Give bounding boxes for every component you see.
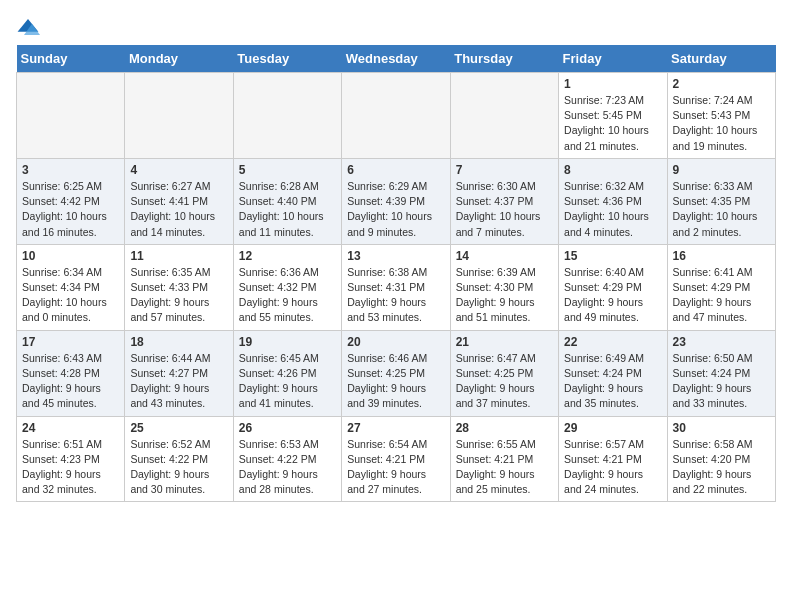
day-info: Sunrise: 6:58 AM Sunset: 4:20 PM Dayligh… [673, 437, 770, 498]
calendar-cell: 4Sunrise: 6:27 AM Sunset: 4:41 PM Daylig… [125, 158, 233, 244]
calendar-cell: 2Sunrise: 7:24 AM Sunset: 5:43 PM Daylig… [667, 73, 775, 159]
calendar-cell: 21Sunrise: 6:47 AM Sunset: 4:25 PM Dayli… [450, 330, 558, 416]
calendar-cell [233, 73, 341, 159]
day-number: 22 [564, 335, 661, 349]
calendar-cell [125, 73, 233, 159]
day-info: Sunrise: 6:49 AM Sunset: 4:24 PM Dayligh… [564, 351, 661, 412]
calendar-cell: 15Sunrise: 6:40 AM Sunset: 4:29 PM Dayli… [559, 244, 667, 330]
day-number: 12 [239, 249, 336, 263]
day-number: 20 [347, 335, 444, 349]
day-header-sunday: Sunday [17, 45, 125, 73]
calendar-cell: 25Sunrise: 6:52 AM Sunset: 4:22 PM Dayli… [125, 416, 233, 502]
day-header-wednesday: Wednesday [342, 45, 450, 73]
calendar-cell [342, 73, 450, 159]
calendar-cell: 1Sunrise: 7:23 AM Sunset: 5:45 PM Daylig… [559, 73, 667, 159]
day-info: Sunrise: 6:47 AM Sunset: 4:25 PM Dayligh… [456, 351, 553, 412]
calendar-cell: 10Sunrise: 6:34 AM Sunset: 4:34 PM Dayli… [17, 244, 125, 330]
day-number: 8 [564, 163, 661, 177]
day-info: Sunrise: 6:34 AM Sunset: 4:34 PM Dayligh… [22, 265, 119, 326]
week-row-1: 1Sunrise: 7:23 AM Sunset: 5:45 PM Daylig… [17, 73, 776, 159]
calendar-cell: 30Sunrise: 6:58 AM Sunset: 4:20 PM Dayli… [667, 416, 775, 502]
calendar-cell: 9Sunrise: 6:33 AM Sunset: 4:35 PM Daylig… [667, 158, 775, 244]
day-number: 23 [673, 335, 770, 349]
calendar-table: SundayMondayTuesdayWednesdayThursdayFrid… [16, 45, 776, 502]
day-number: 17 [22, 335, 119, 349]
calendar-cell: 29Sunrise: 6:57 AM Sunset: 4:21 PM Dayli… [559, 416, 667, 502]
logo [16, 16, 44, 37]
day-number: 7 [456, 163, 553, 177]
calendar-cell: 3Sunrise: 6:25 AM Sunset: 4:42 PM Daylig… [17, 158, 125, 244]
day-number: 10 [22, 249, 119, 263]
day-number: 9 [673, 163, 770, 177]
calendar-cell: 28Sunrise: 6:55 AM Sunset: 4:21 PM Dayli… [450, 416, 558, 502]
calendar-cell: 19Sunrise: 6:45 AM Sunset: 4:26 PM Dayli… [233, 330, 341, 416]
day-number: 13 [347, 249, 444, 263]
calendar-cell: 27Sunrise: 6:54 AM Sunset: 4:21 PM Dayli… [342, 416, 450, 502]
day-info: Sunrise: 6:29 AM Sunset: 4:39 PM Dayligh… [347, 179, 444, 240]
calendar-cell: 24Sunrise: 6:51 AM Sunset: 4:23 PM Dayli… [17, 416, 125, 502]
day-number: 25 [130, 421, 227, 435]
week-row-4: 17Sunrise: 6:43 AM Sunset: 4:28 PM Dayli… [17, 330, 776, 416]
calendar-cell: 14Sunrise: 6:39 AM Sunset: 4:30 PM Dayli… [450, 244, 558, 330]
header [16, 16, 776, 37]
day-number: 18 [130, 335, 227, 349]
day-info: Sunrise: 6:33 AM Sunset: 4:35 PM Dayligh… [673, 179, 770, 240]
calendar-cell: 23Sunrise: 6:50 AM Sunset: 4:24 PM Dayli… [667, 330, 775, 416]
day-number: 1 [564, 77, 661, 91]
day-header-tuesday: Tuesday [233, 45, 341, 73]
week-row-2: 3Sunrise: 6:25 AM Sunset: 4:42 PM Daylig… [17, 158, 776, 244]
day-number: 2 [673, 77, 770, 91]
day-info: Sunrise: 6:43 AM Sunset: 4:28 PM Dayligh… [22, 351, 119, 412]
header-row: SundayMondayTuesdayWednesdayThursdayFrid… [17, 45, 776, 73]
day-number: 24 [22, 421, 119, 435]
day-info: Sunrise: 6:53 AM Sunset: 4:22 PM Dayligh… [239, 437, 336, 498]
day-info: Sunrise: 6:30 AM Sunset: 4:37 PM Dayligh… [456, 179, 553, 240]
calendar-cell: 17Sunrise: 6:43 AM Sunset: 4:28 PM Dayli… [17, 330, 125, 416]
week-row-3: 10Sunrise: 6:34 AM Sunset: 4:34 PM Dayli… [17, 244, 776, 330]
day-number: 15 [564, 249, 661, 263]
day-info: Sunrise: 6:35 AM Sunset: 4:33 PM Dayligh… [130, 265, 227, 326]
day-info: Sunrise: 6:27 AM Sunset: 4:41 PM Dayligh… [130, 179, 227, 240]
day-info: Sunrise: 6:54 AM Sunset: 4:21 PM Dayligh… [347, 437, 444, 498]
calendar-cell: 16Sunrise: 6:41 AM Sunset: 4:29 PM Dayli… [667, 244, 775, 330]
calendar-cell: 18Sunrise: 6:44 AM Sunset: 4:27 PM Dayli… [125, 330, 233, 416]
calendar-cell [17, 73, 125, 159]
day-info: Sunrise: 6:50 AM Sunset: 4:24 PM Dayligh… [673, 351, 770, 412]
calendar-cell: 8Sunrise: 6:32 AM Sunset: 4:36 PM Daylig… [559, 158, 667, 244]
day-info: Sunrise: 6:55 AM Sunset: 4:21 PM Dayligh… [456, 437, 553, 498]
calendar-cell: 7Sunrise: 6:30 AM Sunset: 4:37 PM Daylig… [450, 158, 558, 244]
day-number: 27 [347, 421, 444, 435]
week-row-5: 24Sunrise: 6:51 AM Sunset: 4:23 PM Dayli… [17, 416, 776, 502]
day-info: Sunrise: 6:28 AM Sunset: 4:40 PM Dayligh… [239, 179, 336, 240]
day-header-friday: Friday [559, 45, 667, 73]
calendar-cell: 5Sunrise: 6:28 AM Sunset: 4:40 PM Daylig… [233, 158, 341, 244]
day-number: 11 [130, 249, 227, 263]
day-info: Sunrise: 6:41 AM Sunset: 4:29 PM Dayligh… [673, 265, 770, 326]
day-number: 21 [456, 335, 553, 349]
calendar-cell: 20Sunrise: 6:46 AM Sunset: 4:25 PM Dayli… [342, 330, 450, 416]
calendar-cell [450, 73, 558, 159]
calendar-cell: 13Sunrise: 6:38 AM Sunset: 4:31 PM Dayli… [342, 244, 450, 330]
day-info: Sunrise: 7:23 AM Sunset: 5:45 PM Dayligh… [564, 93, 661, 154]
day-info: Sunrise: 6:52 AM Sunset: 4:22 PM Dayligh… [130, 437, 227, 498]
day-number: 5 [239, 163, 336, 177]
day-number: 30 [673, 421, 770, 435]
day-number: 14 [456, 249, 553, 263]
day-info: Sunrise: 6:25 AM Sunset: 4:42 PM Dayligh… [22, 179, 119, 240]
logo-icon [16, 17, 40, 37]
day-number: 16 [673, 249, 770, 263]
day-info: Sunrise: 6:45 AM Sunset: 4:26 PM Dayligh… [239, 351, 336, 412]
calendar-cell: 12Sunrise: 6:36 AM Sunset: 4:32 PM Dayli… [233, 244, 341, 330]
day-number: 29 [564, 421, 661, 435]
day-info: Sunrise: 7:24 AM Sunset: 5:43 PM Dayligh… [673, 93, 770, 154]
day-info: Sunrise: 6:51 AM Sunset: 4:23 PM Dayligh… [22, 437, 119, 498]
calendar-cell: 26Sunrise: 6:53 AM Sunset: 4:22 PM Dayli… [233, 416, 341, 502]
day-number: 19 [239, 335, 336, 349]
day-info: Sunrise: 6:57 AM Sunset: 4:21 PM Dayligh… [564, 437, 661, 498]
day-info: Sunrise: 6:46 AM Sunset: 4:25 PM Dayligh… [347, 351, 444, 412]
day-info: Sunrise: 6:39 AM Sunset: 4:30 PM Dayligh… [456, 265, 553, 326]
calendar-cell: 11Sunrise: 6:35 AM Sunset: 4:33 PM Dayli… [125, 244, 233, 330]
day-number: 28 [456, 421, 553, 435]
day-number: 26 [239, 421, 336, 435]
day-info: Sunrise: 6:38 AM Sunset: 4:31 PM Dayligh… [347, 265, 444, 326]
